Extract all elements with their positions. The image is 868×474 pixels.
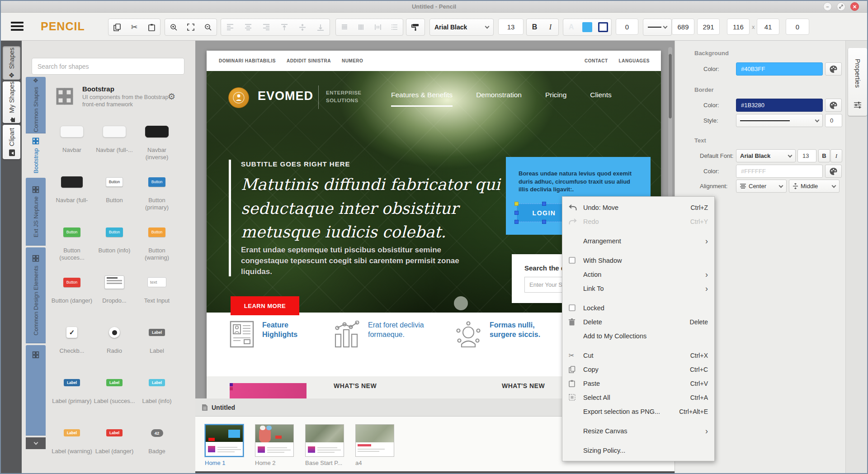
distribute-horizontal-button[interactable] (369, 19, 386, 35)
align-center-button[interactable] (239, 19, 257, 35)
align-left-button[interactable] (221, 19, 239, 35)
menu-item-copy[interactable]: Copy Ctrl+C (562, 362, 714, 376)
menu-item-sizing-policy[interactable]: Sizing Policy... (562, 443, 714, 457)
mockup-nav-item[interactable]: Clients (590, 91, 611, 107)
selection-handle-top-left[interactable] (514, 202, 519, 206)
shape-item-navbar[interactable]: Navbar (51, 117, 93, 167)
shape-item-button-primary[interactable]: ButtonButton (primary) (136, 167, 178, 217)
shape-item-label-danger[interactable]: LabelLabel (danger) (93, 418, 136, 468)
paste-button[interactable] (143, 19, 160, 35)
bold-button[interactable]: B (527, 19, 542, 35)
border-color-input[interactable]: #1B3280 (736, 99, 823, 112)
shape-item-button-info[interactable]: ButtonButton (info) (93, 217, 136, 267)
minimize-button[interactable]: − (823, 2, 832, 11)
font-size-input[interactable]: 13 (797, 149, 816, 162)
sidebar-tab-clipart[interactable]: Clipart (3, 125, 20, 159)
shape-item-radio[interactable]: Radio (93, 318, 136, 368)
mockup-nav-item[interactable]: Features & Benefits (391, 91, 453, 107)
search-input[interactable] (32, 58, 184, 75)
border-width-input[interactable]: 0 (825, 114, 842, 127)
page-label[interactable]: Home 2 (255, 460, 276, 466)
shape-item-button-success[interactable]: ButtonButton (succes... (51, 217, 93, 267)
font-size-input[interactable] (498, 19, 524, 35)
distribute-vertical-button[interactable] (386, 19, 403, 35)
text-italic-button[interactable]: I (830, 149, 842, 162)
page-thumbnail-home-1[interactable] (205, 424, 244, 457)
align-bottom-button[interactable] (311, 19, 330, 35)
shape-item-label-warning[interactable]: LabelLabel (warning) (51, 418, 93, 468)
copy-button[interactable] (108, 19, 126, 35)
width-input[interactable] (727, 19, 750, 35)
zoom-out-button[interactable] (199, 19, 217, 35)
line-style-select[interactable] (643, 19, 672, 36)
scroll-down-button[interactable] (454, 296, 468, 310)
shape-item-checkbox[interactable]: ✓Checkb... (51, 318, 93, 368)
same-height-button[interactable] (336, 19, 353, 35)
shape-item-dropdown[interactable]: Dropdo... (93, 267, 136, 318)
default-font-select[interactable]: Arial Black (736, 149, 796, 162)
text-color-input[interactable]: #FFFFFF (736, 165, 823, 178)
menu-item-locked[interactable]: Locked (562, 301, 714, 315)
menu-item-cut[interactable]: ✂ Cut Ctrl+X (562, 348, 714, 362)
menu-item-resize-canvas[interactable]: Resize Canvas › (562, 424, 714, 438)
shape-item-navbar-full[interactable]: Navbar (full-... (93, 117, 136, 167)
menu-item-delete[interactable]: Delete Delete (562, 315, 714, 329)
page-label[interactable]: Home 1 (205, 460, 226, 466)
menu-item-export-selection-as-png[interactable]: Export selection as PNG... Ctrl+Alt+E (562, 404, 714, 418)
mockup-nav-item[interactable]: Pricing (545, 91, 566, 107)
shape-item-label-info[interactable]: LabelLabel (info) (136, 368, 178, 418)
menu-item-paste[interactable]: Paste Ctrl+V (562, 376, 714, 390)
canvas-scrollbar-thumb[interactable] (668, 53, 672, 119)
valign-select[interactable]: Middle (789, 180, 840, 193)
mockup-topbar-link[interactable]: DOMINARI HABITABILIS (219, 58, 276, 63)
mockup-topbar-link[interactable]: LANGUAGES (619, 58, 650, 63)
page-thumbnail-base-start[interactable] (305, 424, 344, 457)
align-right-button[interactable] (257, 19, 275, 35)
properties-tab[interactable]: Properties (848, 48, 867, 116)
menu-item-select-all[interactable]: Select All Ctrl+A (562, 390, 714, 404)
border-width-input[interactable] (616, 19, 638, 35)
zoom-in-button[interactable] (165, 19, 182, 35)
border-color-picker-button[interactable] (825, 99, 842, 112)
shape-item-navbar-inverse[interactable]: Navbar (inverse) (136, 117, 178, 167)
collection-tab-common-design-elements[interactable]: Common Design Elements (26, 247, 46, 343)
italic-button[interactable]: I (542, 19, 558, 35)
maximize-button[interactable] (837, 2, 845, 11)
align-top-button[interactable] (275, 19, 293, 35)
collections-scroll-down-button[interactable] (26, 437, 46, 449)
selection-handle-bottom[interactable] (542, 220, 546, 224)
menu-item-add-to-my-collections[interactable]: Add to My Collections (562, 329, 714, 343)
page-thumbnail-a4[interactable] (355, 424, 394, 457)
sidebar-tab-shapes[interactable]: ❖Shapes (3, 46, 20, 80)
collection-tab-bootstrap[interactable]: Bootstrap (26, 135, 46, 176)
shape-item-label-primary[interactable]: LabelLabel (primary) (51, 368, 93, 418)
format-painter-button[interactable] (406, 19, 424, 35)
shape-item-text-input[interactable]: textText Input (136, 267, 178, 318)
shape-item-label-success[interactable]: LabelLabel (succes... (93, 368, 136, 418)
collection-settings-button[interactable]: ⚙ (168, 91, 175, 102)
page-label[interactable]: Base Start P... (305, 460, 342, 466)
mockup-nav-item[interactable]: Demonstration (476, 91, 522, 107)
mockup-topbar-link[interactable]: ADDIDIT SINISTRA (287, 58, 331, 63)
shape-item-navbar-full-inverse[interactable]: Navbar (full- (51, 167, 93, 217)
background-color-picker-button[interactable] (825, 62, 842, 76)
selection-handle-top[interactable] (542, 202, 546, 206)
background-color-input[interactable]: #40B3FF (736, 62, 823, 76)
text-color-picker-button[interactable] (825, 165, 842, 178)
stroke-color-button[interactable] (595, 19, 611, 35)
menu-item-undo[interactable]: Undo: Move Ctrl+Z (562, 200, 714, 214)
collection-tab-ext-js-neptune[interactable]: Ext JS Neptune (26, 178, 46, 246)
shape-item-button[interactable]: ButtonButton (93, 167, 136, 217)
shape-item-label[interactable]: LabelLabel (136, 318, 178, 368)
fill-color-button[interactable] (579, 19, 595, 35)
selection-handle-bottom-left[interactable] (514, 220, 519, 224)
shape-item-badge[interactable]: 42Badge (136, 418, 178, 468)
mockup-topbar-link[interactable]: NUMERO (342, 58, 363, 63)
align-middle-button[interactable] (293, 19, 311, 35)
shape-item-button-danger[interactable]: ButtonButton (danger) (51, 267, 93, 318)
pos-y-input[interactable] (697, 19, 720, 35)
menu-item-link-to[interactable]: Link To › (562, 281, 714, 295)
menu-item-arrangement[interactable]: Arrangement › (562, 234, 714, 248)
learn-more-button[interactable]: LEARN MORE (231, 296, 299, 315)
same-width-button[interactable] (353, 19, 369, 35)
